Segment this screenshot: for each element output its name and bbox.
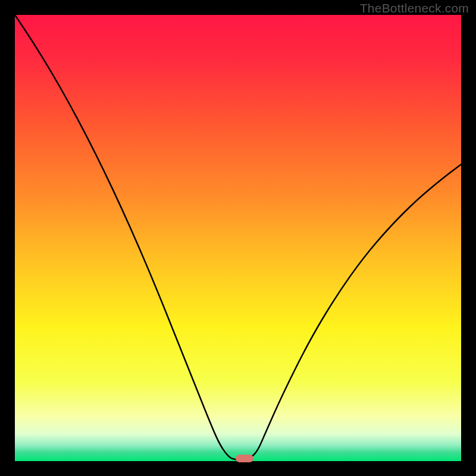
chart-container: TheBottleneck.com — [0, 0, 476, 476]
minimum-marker — [236, 455, 253, 462]
plot-area — [15, 15, 461, 461]
attribution-text: TheBottleneck.com — [360, 1, 469, 15]
bottleneck-curve — [15, 15, 461, 461]
